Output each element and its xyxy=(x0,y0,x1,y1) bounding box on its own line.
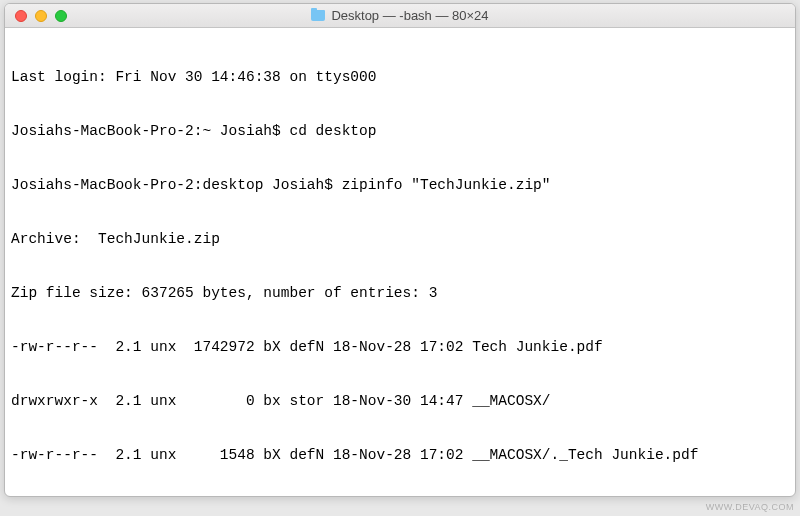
folder-icon xyxy=(311,10,325,21)
terminal-line: Last login: Fri Nov 30 14:46:38 on ttys0… xyxy=(11,68,789,86)
watermark: WWW.DEVAQ.COM xyxy=(706,502,794,512)
terminal-line: -rw-r--r-- 2.1 unx 1742972 bX defN 18-No… xyxy=(11,338,789,356)
terminal-line: drwxrwxr-x 2.1 unx 0 bx stor 18-Nov-30 1… xyxy=(11,392,789,410)
maximize-button[interactable] xyxy=(55,10,67,22)
terminal-line: Zip file size: 637265 bytes, number of e… xyxy=(11,284,789,302)
close-button[interactable] xyxy=(15,10,27,22)
terminal-line: Josiahs-MacBook-Pro-2:~ Josiah$ cd deskt… xyxy=(11,122,789,140)
terminal-body[interactable]: Last login: Fri Nov 30 14:46:38 on ttys0… xyxy=(5,28,795,496)
title-group: Desktop — -bash — 80×24 xyxy=(5,8,795,23)
window-title: Desktop — -bash — 80×24 xyxy=(331,8,488,23)
terminal-window: Desktop — -bash — 80×24 Last login: Fri … xyxy=(4,3,796,497)
titlebar[interactable]: Desktop — -bash — 80×24 xyxy=(5,4,795,28)
terminal-line: Archive: TechJunkie.zip xyxy=(11,230,789,248)
terminal-line: -rw-r--r-- 2.1 unx 1548 bX defN 18-Nov-2… xyxy=(11,446,789,464)
minimize-button[interactable] xyxy=(35,10,47,22)
traffic-lights xyxy=(15,10,67,22)
terminal-line: Josiahs-MacBook-Pro-2:desktop Josiah$ zi… xyxy=(11,176,789,194)
